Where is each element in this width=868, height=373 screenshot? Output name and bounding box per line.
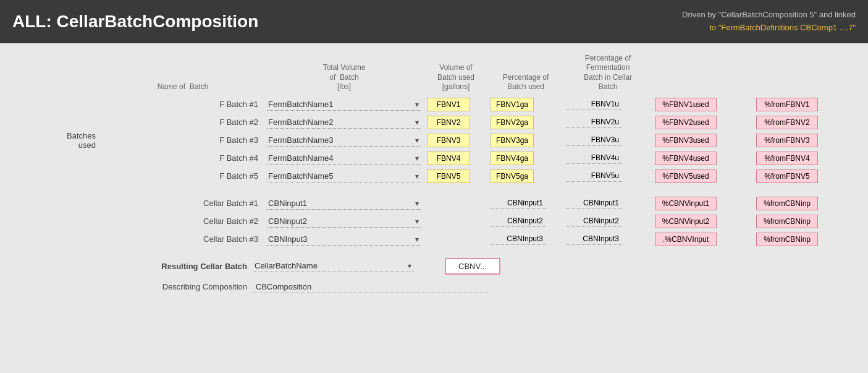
ferm-batch-pct-used-cell: %FBNV4used xyxy=(653,150,752,166)
column-headers-row: Name of Batch Total Volumeof Batch[lbs] … xyxy=(14,51,854,95)
ferm-batch-pct-used: %FBNV2used xyxy=(655,116,717,129)
ferm-batch-select-cell: FermBatchName4 xyxy=(265,150,423,166)
cellar-batch-pct-used: .%CBNVInput xyxy=(655,233,717,246)
ferm-batch-name-select[interactable]: FermBatchName1 xyxy=(267,98,421,111)
ferm-batch-pct-used: %FBNV1used xyxy=(655,98,717,111)
col-header-pct-cellar: Percentage ofFermentationBatch in Cellar… xyxy=(565,51,651,95)
ferm-batch-select-wrapper: FermBatchName4 xyxy=(267,152,421,165)
main-table: Name of Batch Total Volumeof Batch[lbs] … xyxy=(12,49,856,249)
col-header-pct-used: Percentage ofBatch used xyxy=(489,51,563,95)
ferm-batch-pct-used: %FBNV3used xyxy=(655,134,717,147)
ferm-batch-gallons-cell: FBNV2ga xyxy=(489,114,563,131)
ferm-batch-name-select[interactable]: FermBatchName2 xyxy=(267,116,421,129)
header-subtitle: Driven by "CellarBatchComposition 5" and… xyxy=(682,9,856,35)
ferm-batch-row: F Batch #5FermBatchName5FBNV5FBNV5gaFBNV… xyxy=(14,168,854,184)
ferm-batch-lbs: FBNV1 xyxy=(427,98,470,111)
describing-label: Describing Composition xyxy=(12,282,247,291)
cellar-batch-lbs-empty xyxy=(425,195,487,212)
ferm-batch-used: FBNV2u xyxy=(567,116,622,128)
col-header-empty1 xyxy=(14,51,101,95)
ferm-batch-pct-cellar-cell: %fromFBNV1 xyxy=(754,96,854,113)
ferm-batch-used: FBNV5u xyxy=(567,170,622,182)
resulting-select-wrapper: CellarBatchName xyxy=(253,260,414,272)
composition-input[interactable] xyxy=(253,281,488,293)
page-title: ALL: CellarBatchComposition xyxy=(12,12,258,32)
batches-used-label: Batchesused xyxy=(67,131,96,150)
cellar-batch-select-cell: CBNinput2 xyxy=(265,213,423,229)
ferm-batch-name-select[interactable]: FermBatchName5 xyxy=(267,170,421,182)
cellar-batch-select-wrapper: CBNInput3 xyxy=(267,233,421,246)
cellar-batch-name-select[interactable]: CBNInput3 xyxy=(267,233,421,246)
cellar-batch-pct-used-cell: .%CBNVInput xyxy=(653,231,752,247)
cellar-batch-label: Cellar Batch #1 xyxy=(103,195,263,212)
ferm-batch-pct-used-cell: %FBNV1used xyxy=(653,96,752,113)
ferm-batch-pct-cellar: %fromFBNV2 xyxy=(756,116,818,129)
col-header-lbs: Total Volumeof Batch[lbs] xyxy=(265,51,423,95)
cellar-batch-pct-cellar-cell: %fromCBNinp xyxy=(754,231,854,247)
ferm-batch-used: FBNV3u xyxy=(567,134,622,146)
ferm-batch-select-cell: FermBatchName2 xyxy=(265,114,423,131)
ferm-batch-gallons-cell: FBNV4ga xyxy=(489,150,563,166)
app-container: ALL: CellarBatchComposition Driven by "C… xyxy=(0,0,868,306)
ferm-batch-row: BatchesusedF Batch #1FermBatchName1FBNV1… xyxy=(14,96,854,113)
ferm-batch-gallons: FBNV5ga xyxy=(491,169,534,183)
cbnv-button[interactable]: CBNV... xyxy=(445,258,500,275)
cellar-batch-used-cell: CBNInput3 xyxy=(565,231,651,247)
ferm-batch-lbs-cell: FBNV1 xyxy=(425,96,487,113)
cellar-batch-name-select[interactable]: CBNinput1 xyxy=(267,197,421,210)
ferm-batch-name-select[interactable]: FermBatchName4 xyxy=(267,152,421,165)
cellar-batch-gallons: CBNinput1 xyxy=(491,197,546,209)
cellar-batch-select-wrapper: CBNinput1 xyxy=(267,197,421,210)
ferm-batch-pct-cellar-cell: %fromFBNV2 xyxy=(754,114,854,131)
ferm-batch-pct-cellar: %fromFBNV1 xyxy=(756,98,818,111)
ferm-batch-pct-used-cell: %FBNV5used xyxy=(653,168,752,184)
header: ALL: CellarBatchComposition Driven by "C… xyxy=(0,0,868,43)
ferm-batch-select-wrapper: FermBatchName5 xyxy=(267,170,421,182)
ferm-batch-select-wrapper: FermBatchName3 xyxy=(267,134,421,147)
ferm-batch-pct-cellar: %fromFBNV4 xyxy=(756,152,818,165)
ferm-batch-gallons: FBNV1ga xyxy=(491,98,534,111)
ferm-batch-select-wrapper: FermBatchName1 xyxy=(267,98,421,111)
ferm-batch-lbs: FBNV3 xyxy=(427,134,470,147)
cellar-batch-used: CBNinput2 xyxy=(567,215,622,227)
ferm-batch-used: FBNV4u xyxy=(567,152,622,164)
cellar-batch-select-cell: CBNInput3 xyxy=(265,231,423,247)
ferm-batch-select-cell: FermBatchName5 xyxy=(265,168,423,184)
ferm-batch-gallons-cell: FBNV1ga xyxy=(489,96,563,113)
ferm-batch-pct-cellar-cell: %fromFBNV3 xyxy=(754,132,854,148)
resulting-batch-select[interactable]: CellarBatchName xyxy=(253,260,414,272)
cellar-batch-label: Cellar Batch #2 xyxy=(103,213,263,229)
ferm-batch-row: F Batch #2FermBatchName2FBNV2FBNV2gaFBNV… xyxy=(14,114,854,131)
ferm-batch-select-cell: FermBatchName1 xyxy=(265,96,423,113)
ferm-batch-used-cell: FBNV1u xyxy=(565,96,651,113)
ferm-batch-gallons-cell: FBNV5ga xyxy=(489,168,563,184)
cellar-batch-gallons-cell: CBNinput1 xyxy=(489,195,563,212)
cellar-batch-gallons: CBNinput2 xyxy=(491,215,546,227)
ferm-batch-label: F Batch #5 xyxy=(103,168,263,184)
ferm-batch-lbs: FBNV2 xyxy=(427,116,470,129)
ferm-batch-gallons: FBNV3ga xyxy=(491,134,534,147)
ferm-batch-lbs-cell: FBNV3 xyxy=(425,132,487,148)
ferm-batch-gallons: FBNV4ga xyxy=(491,152,534,165)
ferm-batch-used-cell: FBNV3u xyxy=(565,132,651,148)
ferm-batch-used: FBNV1u xyxy=(567,98,622,110)
cellar-batch-lbs-empty xyxy=(425,231,487,247)
ferm-batch-label: F Batch #4 xyxy=(103,150,263,166)
resulting-batch-row: Resulting Cellar Batch CellarBatchName C… xyxy=(12,258,856,275)
cellar-batch-empty xyxy=(14,213,101,229)
cellar-batch-row: Cellar Batch #1CBNinput1CBNinput1CBNinpu… xyxy=(14,195,854,212)
describing-composition-row: Describing Composition xyxy=(12,281,856,293)
cellar-batch-name-select[interactable]: CBNinput2 xyxy=(267,215,421,228)
ferm-batch-label: F Batch #3 xyxy=(103,132,263,148)
cellar-batch-pct-cellar-cell: %fromCBNinp xyxy=(754,195,854,212)
col-header-name: Name of Batch xyxy=(103,51,263,95)
ferm-batch-used-cell: FBNV5u xyxy=(565,168,651,184)
section-spacer xyxy=(14,186,854,194)
cellar-batch-pct-cellar: %fromCBNinp xyxy=(756,233,818,246)
ferm-batch-name-select[interactable]: FermBatchName3 xyxy=(267,134,421,147)
ferm-batch-lbs-cell: FBNV4 xyxy=(425,150,487,166)
cellar-batch-gallons-cell: CBNinput2 xyxy=(489,213,563,229)
driven-by-text: Driven by "CellarBatchComposition 5" and… xyxy=(682,9,856,22)
cellar-batch-pct-used-cell: %CBNVinput2 xyxy=(653,213,752,229)
ferm-batch-select-cell: FermBatchName3 xyxy=(265,132,423,148)
